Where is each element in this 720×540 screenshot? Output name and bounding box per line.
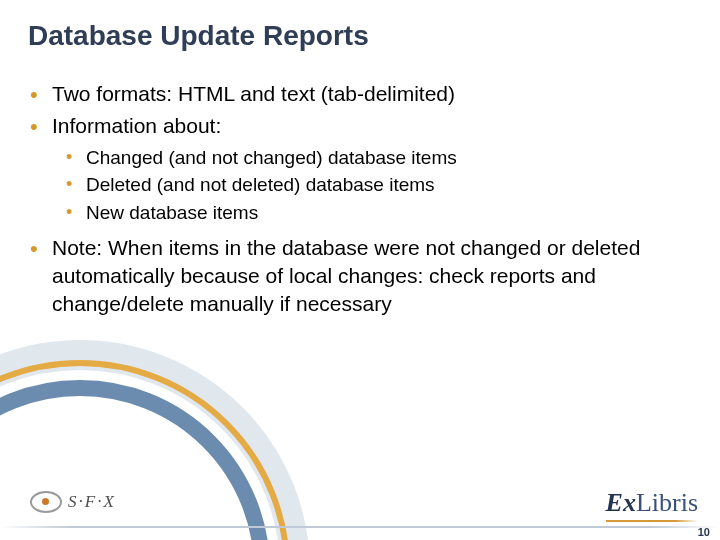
bullet-item: Note: When items in the database were no…	[28, 234, 690, 319]
page-number: 10	[698, 526, 710, 538]
sub-bullet-item: New database items	[64, 200, 690, 226]
exlibris-ex: Ex	[606, 488, 636, 517]
sfx-logo-text: S·F·X	[68, 492, 116, 512]
sub-bullet-item: Deleted (and not deleted) database items	[64, 172, 690, 198]
sfx-logo-icon	[30, 491, 62, 513]
slide: Database Update Reports Two formats: HTM…	[0, 0, 720, 540]
exlibris-libris: Libris	[636, 488, 698, 517]
sub-bullet-list: Changed (and not changed) database items…	[64, 145, 690, 226]
slide-content: Two formats: HTML and text (tab-delimite…	[28, 80, 690, 323]
bullet-list: Two formats: HTML and text (tab-delimite…	[28, 80, 690, 319]
bullet-item: Two formats: HTML and text (tab-delimite…	[28, 80, 690, 108]
footer-divider	[0, 526, 720, 528]
slide-title: Database Update Reports	[28, 20, 369, 52]
exlibris-logo: ExLibris	[606, 488, 698, 522]
sub-bullet-item: Changed (and not changed) database items	[64, 145, 690, 171]
sfx-logo: S·F·X	[30, 488, 116, 516]
exlibris-underline	[606, 520, 698, 522]
bullet-item: Information about: Changed (and not chan…	[28, 112, 690, 225]
bullet-text: Information about:	[52, 114, 221, 137]
